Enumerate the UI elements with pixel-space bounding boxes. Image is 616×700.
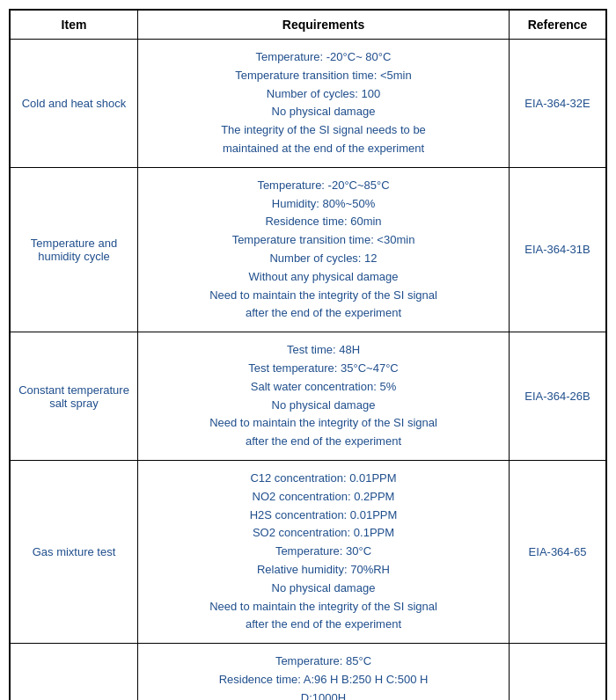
reference-cell-1: EIA-364-31B bbox=[510, 167, 606, 332]
requirement-line: Without any physical damage bbox=[145, 268, 502, 287]
header-item: Item bbox=[11, 11, 138, 40]
requirement-line: Number of cycles: 100 bbox=[145, 85, 502, 104]
item-cell-3: Gas mixture test bbox=[11, 460, 138, 643]
requirement-line: No physical damage bbox=[145, 103, 502, 121]
requirement-line: The integrity of the SI signal needs to … bbox=[145, 121, 502, 140]
requirement-line: Residence time: A:96 H B:250 H C:500 H bbox=[145, 671, 502, 689]
requirement-line: H2S concentration: 0.01PPM bbox=[145, 507, 502, 525]
header-requirements: Requirements bbox=[138, 11, 510, 40]
reference-cell-0: EIA-364-32E bbox=[510, 40, 606, 168]
item-cell-4: Temperature life bbox=[11, 644, 138, 700]
requirements-cell-4: Temperature: 85°CResidence time: A:96 H … bbox=[138, 644, 510, 700]
main-table-container: Item Requirements Reference Cold and hea… bbox=[9, 9, 607, 700]
requirements-cell-1: Temperature: -20°C~85°CHumidity: 80%~50%… bbox=[138, 167, 510, 332]
requirement-line: after the end of the experiment bbox=[145, 304, 502, 323]
table-row: Gas mixture testC12 concentration: 0.01P… bbox=[11, 460, 606, 643]
requirement-line: D:1000H bbox=[145, 689, 502, 700]
reference-cell-4: EIA-364-17B bbox=[510, 644, 606, 700]
requirement-line: Residence time: 60min bbox=[145, 213, 502, 231]
requirement-line: Test temperature: 35°C~47°C bbox=[145, 360, 502, 378]
requirement-line: Need to maintain the integrity of the SI… bbox=[145, 598, 502, 616]
requirement-line: No physical damage bbox=[145, 397, 502, 415]
header-reference: Reference bbox=[510, 11, 606, 40]
item-cell-0: Cold and heat shock bbox=[11, 40, 138, 168]
requirement-line: Temperature: -20°C~85°C bbox=[145, 177, 502, 195]
requirement-line: Temperature transition time: <5min bbox=[145, 67, 502, 85]
table-row: Temperature lifeTemperature: 85°CResiden… bbox=[11, 644, 606, 700]
requirement-line: SO2 concentration: 0.1PPM bbox=[145, 524, 502, 543]
item-cell-2: Constant temperature salt spray bbox=[11, 332, 138, 461]
requirement-line: Need to maintain the integrity of the SI… bbox=[145, 287, 502, 305]
requirement-line: NO2 concentration: 0.2PPM bbox=[145, 488, 502, 507]
requirement-line: Relative humidity: 70%RH bbox=[145, 561, 502, 580]
requirement-line: C12 concentration: 0.01PPM bbox=[145, 470, 502, 488]
requirement-line: Need to maintain the integrity of the SI… bbox=[145, 414, 502, 433]
requirements-cell-2: Test time: 48HTest temperature: 35°C~47°… bbox=[138, 332, 510, 461]
requirement-line: Number of cycles: 12 bbox=[145, 250, 502, 268]
requirement-line: Temperature transition time: <30min bbox=[145, 231, 502, 250]
requirement-line: No physical damage bbox=[145, 580, 502, 598]
table-row: Constant temperature salt sprayTest time… bbox=[11, 332, 606, 461]
requirement-line: Temperature: 85°C bbox=[145, 653, 502, 671]
requirement-line: after the end of the experiment bbox=[145, 433, 502, 451]
requirement-line: after the end of the experiment bbox=[145, 616, 502, 634]
table-header-row: Item Requirements Reference bbox=[11, 11, 606, 40]
item-cell-1: Temperature and humidity cycle bbox=[11, 167, 138, 332]
requirement-line: Humidity: 80%~50% bbox=[145, 195, 502, 214]
requirement-line: Temperature: 30°C bbox=[145, 543, 502, 561]
table-row: Temperature and humidity cycleTemperatur… bbox=[11, 167, 606, 332]
requirements-cell-0: Temperature: -20°C~ 80°CTemperature tran… bbox=[138, 40, 510, 168]
requirements-table: Item Requirements Reference Cold and hea… bbox=[10, 10, 606, 700]
table-row: Cold and heat shockTemperature: -20°C~ 8… bbox=[11, 40, 606, 168]
reference-cell-3: EIA-364-65 bbox=[510, 460, 606, 643]
requirement-line: maintained at the end of the experiment bbox=[145, 140, 502, 158]
requirements-cell-3: C12 concentration: 0.01PPMNO2 concentrat… bbox=[138, 460, 510, 643]
requirement-line: Temperature: -20°C~ 80°C bbox=[145, 48, 502, 67]
requirement-line: Test time: 48H bbox=[145, 341, 502, 360]
requirement-line: Salt water concentration: 5% bbox=[145, 378, 502, 397]
reference-cell-2: EIA-364-26B bbox=[510, 332, 606, 461]
